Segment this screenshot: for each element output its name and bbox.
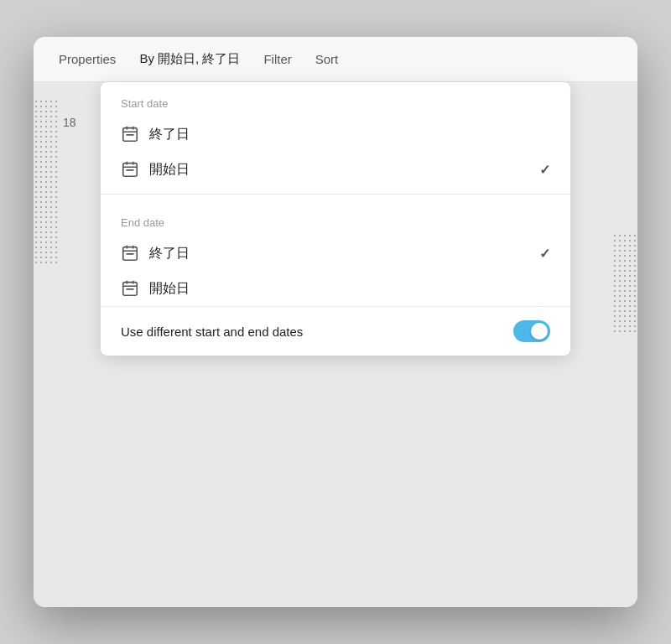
calendar-icon-3 xyxy=(121,279,139,298)
toolbar-by[interactable]: By 開始日, 終了日 xyxy=(139,48,240,70)
toggle-label: Use different start and end dates xyxy=(121,325,513,339)
start-date-section-label: Start date xyxy=(101,82,570,117)
end-date-item-0[interactable]: 終了日 ✓ xyxy=(101,236,570,271)
start-date-item-0-label: 終了日 xyxy=(149,126,550,143)
start-date-item-1-check: ✓ xyxy=(539,162,550,178)
section-divider xyxy=(101,194,570,195)
calendar-icon-0 xyxy=(121,125,139,143)
start-date-item-1-label: 開始日 xyxy=(149,161,539,179)
toolbar-sort[interactable]: Sort xyxy=(315,49,339,70)
start-date-item-1[interactable]: 開始日 ✓ xyxy=(101,152,570,187)
end-date-item-1[interactable]: 開始日 xyxy=(101,271,570,306)
app-window: Properties By 開始日, 終了日 Filter Sort 18 St… xyxy=(34,37,637,607)
end-date-item-1-label: 開始日 xyxy=(149,280,550,298)
toggle-row: Use different start and end dates xyxy=(101,306,570,356)
end-date-item-0-check: ✓ xyxy=(539,246,550,262)
toggle-switch[interactable] xyxy=(513,320,550,342)
toggle-knob xyxy=(531,323,548,340)
dot-pattern-left xyxy=(34,99,59,267)
end-date-item-0-label: 終了日 xyxy=(149,245,539,262)
toolbar: Properties By 開始日, 終了日 Filter Sort xyxy=(34,37,637,82)
end-date-section-label: End date xyxy=(101,201,570,236)
content-area: 18 Start date 終了日 xyxy=(34,82,637,607)
dropdown-panel: Start date 終了日 xyxy=(101,82,570,356)
calendar-icon-1 xyxy=(121,160,139,179)
calendar-icon-2 xyxy=(121,244,139,262)
toolbar-filter[interactable]: Filter xyxy=(263,49,291,70)
dot-pattern-right xyxy=(612,233,637,334)
side-number: 18 xyxy=(63,116,76,129)
toolbar-properties[interactable]: Properties xyxy=(59,49,116,70)
start-date-item-0[interactable]: 終了日 xyxy=(101,117,570,152)
